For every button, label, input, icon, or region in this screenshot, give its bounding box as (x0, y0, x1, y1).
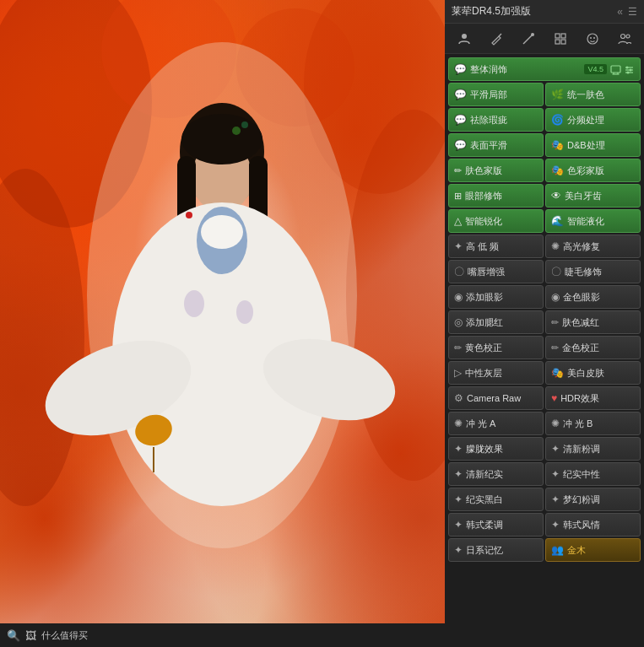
svg-rect-32 (555, 40, 560, 44)
btn-menghua-fendiao[interactable]: ✦ 梦幻粉调 (545, 488, 641, 511)
row-3: 💬 祛除瑕疵 🌀 分频处理 (448, 108, 641, 132)
sliders-icon (624, 64, 635, 75)
btn-tianjia-saihong[interactable]: ◎ 添加腮红 (448, 310, 544, 334)
btn-fuse-jiaban[interactable]: ✏ 肤色家版 (448, 159, 544, 182)
btn-jishi-heibai[interactable]: ✦ 纪实黑白 (448, 488, 544, 511)
btn-qingxin-fendiao[interactable]: ✦ 清新粉调 (545, 437, 641, 461)
svg-rect-31 (561, 34, 566, 38)
btn-hdr-effect[interactable]: ♥ HDR效果 (545, 386, 641, 410)
wand-tool-icon[interactable] (517, 28, 539, 50)
svg-point-46 (626, 66, 629, 68)
panel-header: 莱荦DR4.5加强版 « ☰ (445, 0, 644, 24)
btn-jishi-zhongxing[interactable]: ✦ 纪实中性 (545, 462, 641, 486)
search-icon: 🔍 (7, 629, 20, 642)
row-4: 💬 表面平滑 🎭 D&B处理 (448, 133, 641, 157)
row-18: ✦ 纪实黑白 ✦ 梦幻粉调 (448, 488, 641, 511)
row-20: ✦ 日系记忆 👥 金木 (448, 538, 641, 562)
btn-jinmu[interactable]: 👥 金木 (545, 538, 641, 562)
svg-point-37 (621, 34, 625, 38)
svg-point-23 (186, 212, 192, 218)
btn-tianjia-yanying[interactable]: ◉ 添加眼影 (448, 285, 544, 309)
row-15: ✺ 冲 光 A ✺ 冲 光 B (448, 412, 641, 435)
btn-rishi-jiyi[interactable]: ✦ 日系记忆 (448, 538, 544, 562)
btn-jiemao-xiushi[interactable]: 〇 睫毛修饰 (545, 260, 641, 283)
svg-point-34 (587, 34, 598, 44)
monitor-icon (610, 64, 621, 75)
face-tool-icon[interactable] (582, 28, 603, 50)
row-7: △ 智能锐化 🌊 智能液化 (448, 209, 641, 233)
svg-point-22 (236, 300, 253, 324)
svg-point-36 (593, 37, 595, 39)
btn-pinghua-jubu[interactable]: 💬 平滑局部 (448, 83, 544, 106)
btn-hanshi-fengqing[interactable]: ✦ 韩式风情 (545, 513, 641, 536)
row-13: ▷ 中性灰层 🎭 美白皮肤 (448, 361, 641, 385)
plugin-panel: 莱荦DR4.5加强版 « ☰ 💬 (445, 0, 644, 647)
btn-fenpin-chuli[interactable]: 🌀 分频处理 (545, 108, 641, 132)
panel-header-controls: « ☰ (617, 6, 637, 18)
collapse-icon[interactable]: « (617, 6, 623, 18)
photo-canvas: 🔍 🖼 什么值得买 (0, 0, 445, 647)
btn-biaomian-pinghua[interactable]: 💬 表面平滑 (448, 133, 544, 157)
image-icon: 🖼 (25, 629, 36, 642)
btn-zuichun-zenqiang[interactable]: 〇 嘴唇增强 (448, 260, 544, 283)
btn-hanshi-roudiao[interactable]: ✦ 韩式柔调 (448, 513, 544, 536)
menu-icon[interactable]: ☰ (628, 6, 637, 18)
toolbar (445, 24, 644, 54)
svg-point-18 (201, 215, 243, 249)
btn-db-chuli[interactable]: 🎭 D&B处理 (545, 133, 641, 157)
person-tool-icon[interactable] (453, 28, 475, 50)
btn-yanbu-xiushi[interactable]: ⊞ 眼部修饰 (448, 184, 544, 208)
btn-quchu-xiaci[interactable]: 💬 祛除瑕疵 (448, 108, 544, 132)
people-tool-icon[interactable] (614, 28, 636, 50)
svg-point-47 (630, 68, 632, 71)
row-8: ✦ 高 低 频 ✺ 高光修复 (448, 235, 641, 258)
btn-meibai-yachi[interactable]: 👁 美白牙齿 (545, 184, 641, 208)
row-19: ✦ 韩式柔调 ✦ 韩式风情 (448, 513, 641, 536)
row-12: ✏ 黄色校正 ✏ 金色校正 (448, 336, 641, 359)
row-10: ◉ 添加眼影 ◉ 金色眼影 (448, 285, 641, 309)
btn-gao-di-pin[interactable]: ✦ 高 低 频 (448, 235, 544, 258)
btn-zhineng-ruihua[interactable]: △ 智能锐化 (448, 209, 544, 233)
svg-point-12 (181, 114, 262, 164)
svg-rect-39 (611, 66, 620, 73)
site-text: 什么值得买 (41, 629, 88, 642)
btn-zhengti-runshi[interactable]: 💬 整体润饰 V4.5 (448, 57, 641, 81)
btn-huangse-jiaozheng[interactable]: ✏ 黄色校正 (448, 336, 544, 359)
btn-secai-jiaban[interactable]: 🎭 色彩家版 (545, 159, 641, 182)
svg-line-28 (523, 35, 532, 44)
btn-tongyi-fuse[interactable]: 🌿 统一肤色 (545, 83, 641, 106)
btn-chong-guang-b[interactable]: ✺ 冲 光 B (545, 412, 641, 435)
svg-point-38 (626, 35, 630, 38)
brush-tool-icon[interactable] (485, 28, 507, 50)
btn-menlong-effect[interactable]: ✦ 朦胧效果 (448, 437, 544, 461)
btn-jinse-yanying[interactable]: ◉ 金色眼影 (545, 285, 641, 309)
btn-qingxin-jishi[interactable]: ✦ 清新纪实 (448, 462, 544, 486)
row-2: 💬 平滑局部 🌿 统一肤色 (448, 83, 641, 106)
row-5: ✏ 肤色家版 🎭 色彩家版 (448, 159, 641, 182)
row-6: ⊞ 眼部修饰 👁 美白牙齿 (448, 184, 641, 208)
row-11: ◎ 添加腮红 ✏ 肤色减红 (448, 310, 641, 334)
svg-point-35 (590, 37, 592, 39)
btn-gaoguang-xiufu[interactable]: ✺ 高光修复 (545, 235, 641, 258)
svg-point-29 (531, 33, 534, 36)
btn-jinse-jiaozheng[interactable]: ✏ 金色校正 (545, 336, 641, 359)
svg-rect-33 (561, 40, 566, 44)
grid-tool-icon[interactable] (549, 28, 571, 50)
svg-point-48 (627, 71, 630, 73)
btn-zhongxing-huileng[interactable]: ▷ 中性灰层 (448, 361, 544, 385)
row-9: 〇 嘴唇增强 〇 睫毛修饰 (448, 260, 641, 283)
svg-point-25 (241, 121, 248, 128)
row-zhengti: 💬 整体润饰 V4.5 (448, 57, 641, 81)
btn-zhineng-yehua[interactable]: 🌊 智能液化 (545, 209, 641, 233)
btn-meibai-pifu[interactable]: 🎭 美白皮肤 (545, 361, 641, 385)
buttons-panel: 💬 整体润饰 V4.5 💬 平滑局部 🌿 统一肤色 � (445, 54, 644, 647)
row-14: ⚙ Camera Raw ♥ HDR效果 (448, 386, 641, 410)
row-16: ✦ 朦胧效果 ✦ 清新粉调 (448, 437, 641, 461)
version-badge: V4.5 (584, 64, 607, 74)
btn-chong-guang-a[interactable]: ✺ 冲 光 A (448, 412, 544, 435)
chat-icon-1: 💬 (454, 63, 467, 75)
svg-point-26 (462, 34, 467, 39)
btn-camera-raw[interactable]: ⚙ Camera Raw (448, 386, 544, 410)
svg-rect-30 (555, 34, 560, 38)
btn-fuse-jianhong[interactable]: ✏ 肤色减红 (545, 310, 641, 334)
